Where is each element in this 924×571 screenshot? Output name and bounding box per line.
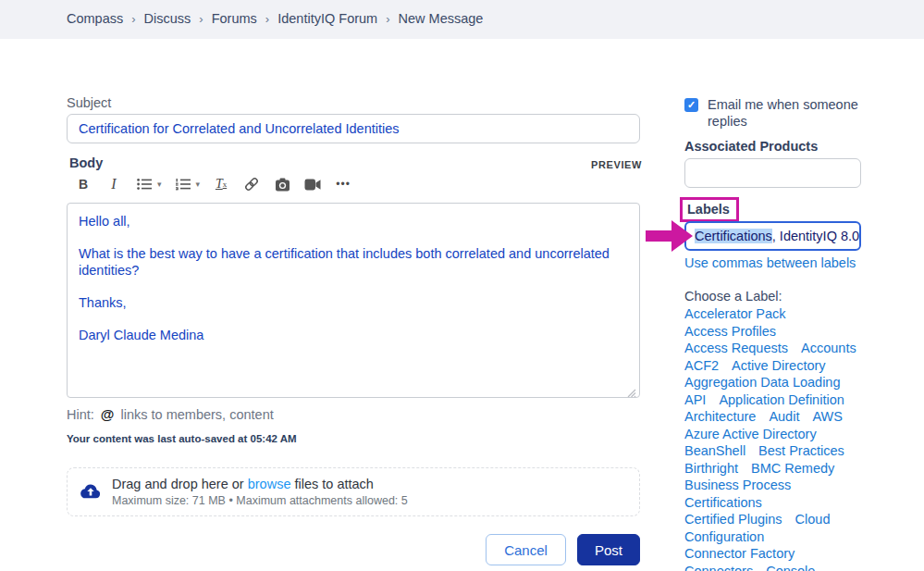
breadcrumb-item[interactable]: Compass <box>67 11 123 26</box>
label-link[interactable]: Aggregation Data Loading <box>684 375 841 390</box>
email-reply-checkbox[interactable]: ✓ <box>684 98 698 112</box>
label-row: Connector Factory <box>684 545 897 563</box>
new-message-page: Compass›Discuss›Forums›IdentityIQ Forum›… <box>0 0 924 571</box>
label-link[interactable]: Access Profiles <box>684 324 776 339</box>
editor-toolbar: B I ▾ ▾ Tx <box>74 174 364 194</box>
email-reply-option: ✓ Email me when someone replies <box>684 96 866 130</box>
associated-products-label: Associated Products <box>684 139 818 154</box>
label-link[interactable]: Business Process <box>684 478 791 492</box>
breadcrumb-item[interactable]: Discuss <box>144 11 191 26</box>
label-link[interactable]: Active Directory <box>732 358 826 373</box>
bulleted-list-icon[interactable] <box>135 174 154 194</box>
breadcrumb-separator: › <box>199 12 203 26</box>
labels-rest-text: , IdentityIQ 8.0 <box>772 229 859 243</box>
hint-text: links to members, content <box>121 407 274 422</box>
subject-label: Subject <box>67 95 111 110</box>
breadcrumb-bar: Compass›Discuss›Forums›IdentityIQ Forum›… <box>0 0 924 39</box>
label-row: Configuration <box>684 528 897 546</box>
body-label: Body <box>69 155 103 170</box>
label-row: Business Process <box>684 477 897 494</box>
breadcrumb-item[interactable]: IdentityIQ Forum <box>277 11 377 26</box>
preview-toggle[interactable]: PREVIEW <box>591 159 642 170</box>
breadcrumb-item[interactable]: New Message <box>399 11 484 26</box>
body-paragraph: What is the best way to have a certifica… <box>79 245 628 279</box>
label-row: ACF2Active Directory <box>684 357 897 375</box>
breadcrumb-separator: › <box>386 12 389 26</box>
numbered-list-icon[interactable] <box>174 174 192 194</box>
label-link[interactable]: Birthright <box>684 461 738 476</box>
clear-formatting-t: T <box>216 177 223 192</box>
attachment-limits: Maximum size: 71 MB • Maximum attachment… <box>112 494 408 507</box>
labels-input[interactable]: Certifications, IdentityIQ 8.0 <box>684 221 861 251</box>
label-link[interactable]: ACF2 <box>684 358 719 373</box>
label-link[interactable]: BeanShell <box>684 443 745 458</box>
label-row: BirthrightBMC Remedy <box>684 460 897 478</box>
body-editor[interactable]: Hello all,What is the best way to have a… <box>67 203 640 398</box>
label-row: Certified PluginsCloud <box>684 511 897 528</box>
label-link[interactable]: BMC Remedy <box>751 461 834 476</box>
associated-products-input[interactable] <box>684 158 861 188</box>
annotation-arrow-tail <box>646 230 672 242</box>
label-row: APIApplication Definition <box>684 391 897 409</box>
label-link[interactable]: Console <box>766 564 815 571</box>
insert-photo-icon[interactable] <box>273 174 291 194</box>
breadcrumb-separator: › <box>131 12 135 26</box>
breadcrumb-item[interactable]: Forums <box>212 11 257 26</box>
attachment-instruction: Drag and drop here or browse files to at… <box>112 477 408 491</box>
more-options-icon[interactable]: ••• <box>334 174 352 194</box>
insert-video-icon[interactable] <box>303 174 322 194</box>
body-paragraph: Hello all, <box>79 213 628 230</box>
label-link[interactable]: Best Practices <box>758 443 844 458</box>
form-actions: Cancel Post <box>67 534 640 565</box>
label-row: Certifications <box>684 494 897 512</box>
label-link[interactable]: Connectors <box>684 564 753 571</box>
label-row: ConnectorsConsole <box>684 563 897 571</box>
label-link[interactable]: Configuration <box>684 529 764 544</box>
attachment-dropzone[interactable]: Drag and drop here or browse files to at… <box>67 467 640 516</box>
labels-hint: Use commas between labels <box>684 255 856 270</box>
label-row: ArchitectureAuditAWS <box>684 408 897 426</box>
browse-link[interactable]: browse <box>248 477 291 491</box>
label-link[interactable]: Cloud <box>795 512 831 527</box>
label-row: Access RequestsAccounts <box>684 340 897 357</box>
label-link[interactable]: Architecture <box>684 409 756 424</box>
editor-hint: Hint: @ links to members, content <box>67 406 274 422</box>
annotation-arrow-icon <box>671 220 693 252</box>
label-row: Accelerator Pack <box>684 305 897 323</box>
italic-icon[interactable]: I <box>105 174 123 194</box>
clear-formatting-x: x <box>223 180 228 189</box>
label-row: BeanShellBest Practices <box>684 442 897 460</box>
label-link[interactable]: Connector Factory <box>684 546 795 561</box>
resize-handle[interactable] <box>627 385 636 394</box>
labels-selected-text: Certifications <box>695 229 772 243</box>
choose-label-title: Choose a Label: <box>684 289 782 304</box>
label-row: Azure Active Directory <box>684 426 897 443</box>
label-link[interactable]: Audit <box>769 409 799 424</box>
clear-formatting-icon[interactable]: Tx <box>212 174 230 194</box>
label-link[interactable]: AWS <box>812 409 843 424</box>
breadcrumb-separator: › <box>265 12 269 26</box>
body-paragraph: Daryl Claude Medina <box>79 327 628 343</box>
label-link[interactable]: Access Requests <box>684 341 788 355</box>
insert-link-icon[interactable] <box>242 174 261 194</box>
bulleted-list-caret-icon[interactable]: ▾ <box>157 180 162 189</box>
breadcrumb: Compass›Discuss›Forums›IdentityIQ Forum›… <box>67 11 483 26</box>
post-button[interactable]: Post <box>577 534 640 565</box>
label-link[interactable]: Certifications <box>684 495 762 510</box>
body-paragraph: Thanks, <box>79 294 628 311</box>
attachment-text: Drag and drop here or browse files to at… <box>112 477 408 507</box>
label-link[interactable]: Accelerator Pack <box>684 306 786 321</box>
cancel-button[interactable]: Cancel <box>486 534 566 565</box>
label-link[interactable]: Accounts <box>801 341 856 355</box>
subject-input[interactable] <box>67 114 640 143</box>
hint-label: Hint: <box>67 407 94 422</box>
attach-text-pre: Drag and drop here or <box>112 477 244 491</box>
label-link[interactable]: API <box>684 392 706 407</box>
labels-label: Labels <box>687 202 730 217</box>
bold-icon[interactable]: B <box>74 174 92 194</box>
label-link[interactable]: Certified Plugins <box>684 512 782 527</box>
at-mention-icon: @ <box>101 406 115 422</box>
label-link[interactable]: Azure Active Directory <box>684 427 817 441</box>
label-link[interactable]: Application Definition <box>719 392 844 407</box>
numbered-list-caret-icon[interactable]: ▾ <box>196 180 201 189</box>
